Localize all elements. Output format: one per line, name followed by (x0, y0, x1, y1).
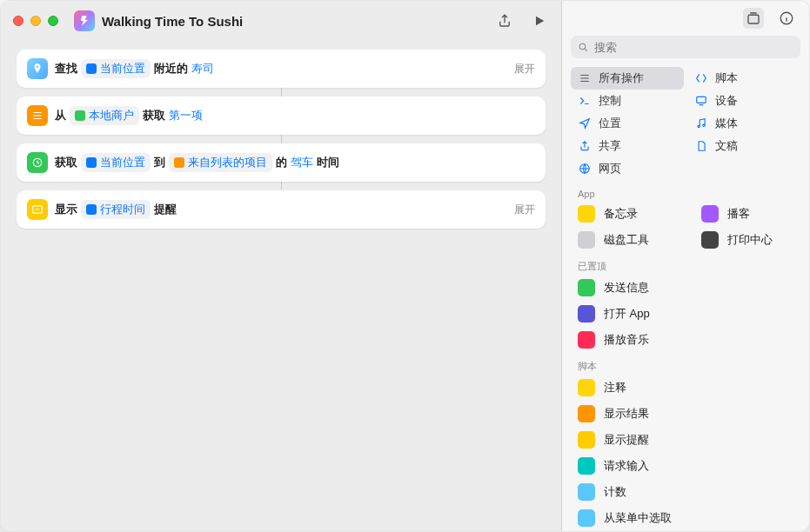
category-label: 文稿 (715, 138, 738, 154)
category-item[interactable]: 脚本 (687, 67, 800, 90)
category-item[interactable]: 所有操作 (571, 67, 684, 90)
action-text: 的 (276, 155, 287, 170)
category-item[interactable]: 控制 (571, 90, 684, 112)
search-input[interactable] (594, 41, 793, 54)
media-icon (694, 116, 708, 130)
action-text: 获取 (143, 108, 165, 123)
list-icon (578, 71, 592, 85)
action-text: 查找 (55, 61, 77, 76)
parameter-token[interactable]: 第一项 (169, 108, 203, 123)
item-label: 打开 App (604, 306, 650, 322)
main-pane: Walking Time To Sushi 查找当前位置附近的寿司展开从本地商户… (1, 1, 562, 531)
item-label: 磁盘工具 (604, 232, 649, 248)
item-icon (578, 331, 595, 349)
shortcut-icon (74, 10, 95, 31)
item-icon (578, 231, 595, 249)
action-card[interactable]: 获取当前位置到来自列表的项目的驾车时间 (17, 143, 546, 182)
list-item[interactable]: 打开 App (562, 301, 809, 327)
list-item[interactable]: 显示提醒 (562, 427, 809, 453)
item-icon (578, 279, 595, 296)
workflow-canvas: 查找当前位置附近的寿司展开从本地商户获取第一项获取当前位置到来自列表的项目的驾车… (1, 41, 561, 229)
category-item[interactable]: 设备 (687, 90, 800, 112)
section-items: 发送信息打开 App播放音乐 (562, 275, 809, 353)
list-item[interactable]: 发送信息 (562, 275, 809, 301)
web-icon (578, 162, 592, 176)
list-item[interactable]: 备忘录 (562, 201, 686, 227)
alert-icon (27, 199, 48, 220)
category-item[interactable]: 媒体 (687, 112, 800, 135)
info-button[interactable] (776, 8, 797, 29)
category-item[interactable]: 共享 (571, 135, 684, 157)
svg-point-7 (703, 124, 705, 126)
svg-point-4 (579, 43, 586, 50)
category-label: 控制 (599, 93, 621, 109)
item-label: 发送信息 (604, 280, 649, 296)
search-field[interactable] (571, 36, 800, 58)
list-item[interactable]: 显示结果 (562, 401, 809, 427)
item-label: 播客 (727, 206, 750, 222)
device-icon (694, 94, 708, 108)
category-label: 脚本 (715, 70, 738, 86)
expand-button[interactable]: 展开 (514, 62, 535, 76)
item-label: 从菜单中选取 (604, 510, 672, 526)
variable-pill[interactable]: 行程时间 (81, 200, 151, 219)
list-item[interactable]: 注释 (562, 375, 809, 401)
item-icon (578, 379, 595, 396)
share-button[interactable] (495, 11, 514, 30)
maps-icon (27, 58, 48, 79)
script-icon (694, 71, 708, 85)
list-item[interactable]: 播放音乐 (562, 327, 809, 353)
section-items: 注释显示结果显示提醒请求输入计数从菜单中选取 (562, 375, 809, 531)
sidebar: 所有操作脚本控制设备位置媒体共享文稿网页 App备忘录播客磁盘工具打印中心已置顶… (562, 1, 809, 531)
action-body: 查找当前位置附近的寿司 (55, 59, 500, 78)
section-heading: 脚本 (562, 353, 809, 375)
section-items: 备忘录播客磁盘工具打印中心 (562, 201, 809, 253)
action-body: 从本地商户获取第一项 (55, 106, 535, 125)
action-text: 附近的 (154, 61, 188, 76)
variable-pill[interactable]: 当前位置 (81, 59, 151, 78)
variable-pill[interactable]: 当前位置 (81, 153, 151, 172)
list-item[interactable]: 计数 (562, 479, 809, 505)
item-label: 显示结果 (604, 406, 649, 422)
library-button[interactable] (743, 8, 764, 29)
action-text: 提醒 (154, 202, 177, 217)
close-window-button[interactable] (13, 16, 23, 26)
category-label: 媒体 (715, 116, 738, 131)
action-text: 到 (154, 155, 165, 170)
parameter-token[interactable]: 寿司 (191, 61, 214, 76)
doc-icon (694, 139, 708, 153)
pill-icon (174, 157, 184, 168)
list-item[interactable]: 打印中心 (686, 227, 809, 253)
expand-button[interactable]: 展开 (514, 203, 535, 217)
action-card[interactable]: 查找当前位置附近的寿司展开 (17, 50, 546, 88)
category-label: 设备 (715, 93, 738, 109)
list-item[interactable]: 播客 (686, 201, 809, 227)
variable-pill[interactable]: 本地商户 (70, 106, 139, 125)
category-item[interactable]: 网页 (571, 157, 684, 180)
variable-pill[interactable]: 来自列表的项目 (169, 153, 272, 172)
action-body: 显示行程时间提醒 (55, 200, 500, 219)
list-item[interactable]: 请求输入 (562, 453, 809, 479)
titlebar: Walking Time To Sushi (1, 1, 561, 41)
action-card[interactable]: 从本地商户获取第一项 (17, 96, 546, 135)
category-item[interactable]: 文稿 (687, 135, 800, 157)
svg-point-6 (698, 125, 700, 127)
list-item[interactable]: 从菜单中选取 (562, 505, 809, 531)
parameter-token[interactable]: 驾车 (291, 155, 313, 170)
action-card[interactable]: 显示行程时间提醒展开 (17, 190, 546, 229)
item-icon (578, 405, 595, 422)
item-icon (578, 483, 595, 501)
list-item[interactable]: 磁盘工具 (562, 227, 686, 253)
action-text: 时间 (317, 155, 339, 170)
category-item[interactable]: 位置 (571, 112, 684, 135)
item-label: 播放音乐 (604, 332, 649, 348)
section-heading: 已置顶 (562, 253, 809, 275)
item-label: 打印中心 (727, 232, 773, 248)
action-text: 从 (55, 108, 66, 123)
run-button[interactable] (530, 11, 549, 30)
zoom-window-button[interactable] (48, 16, 58, 26)
sidebar-sections: App备忘录播客磁盘工具打印中心已置顶发送信息打开 App播放音乐脚本注释显示结… (562, 182, 809, 531)
category-grid: 所有操作脚本控制设备位置媒体共享文稿网页 (562, 63, 809, 182)
action-text: 显示 (55, 202, 77, 217)
minimize-window-button[interactable] (30, 16, 41, 26)
